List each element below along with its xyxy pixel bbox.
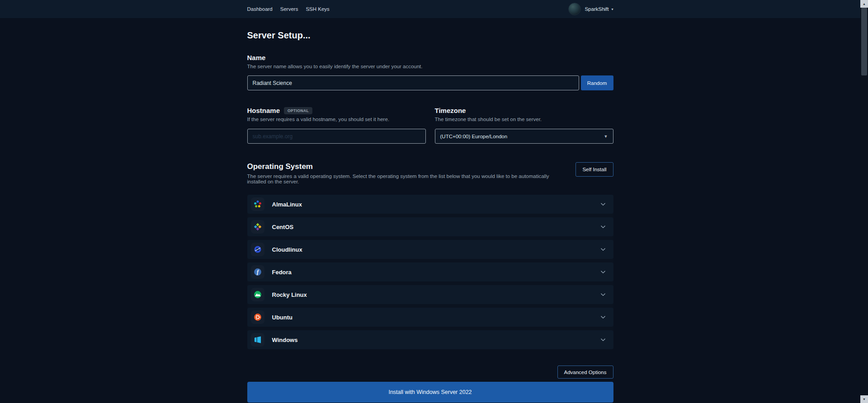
os-row-rocky-linux[interactable]: Rocky Linux [247,285,613,304]
scroll-up-button[interactable]: ▲ [860,0,868,8]
chevron-down-icon [599,200,607,208]
avatar [568,3,581,15]
vertical-scrollbar[interactable]: ▲ ▼ [860,0,868,403]
scrollbar-thumb[interactable] [861,8,867,75]
nav-link-dashboard[interactable]: Dashboard [247,6,273,12]
os-row-centos[interactable]: CentOS [247,217,613,236]
timezone-select[interactable]: (UTC+00:00) Europe/London ▼ [435,129,613,144]
server-name-input[interactable] [247,75,579,90]
operating-system-section: Operating System The server requires a v… [247,162,613,349]
hostname-section: Hostname OPTIONAL If the server requires… [247,107,426,144]
install-button[interactable]: Install with Windows Server 2022 [247,382,613,403]
os-name-label: CentOS [272,224,294,230]
timezone-label: Timezone [435,107,466,114]
os-row-ubuntu[interactable]: Ubuntu [247,308,613,327]
os-list: AlmaLinux Cent [247,195,613,349]
os-row-almalinux[interactable]: AlmaLinux [247,195,613,214]
cloudlinux-icon [251,243,264,256]
self-install-button[interactable]: Self Install [576,162,613,177]
os-name-label: Cloudlinux [272,246,302,253]
chevron-down-icon [599,336,607,344]
scroll-down-button[interactable]: ▼ [860,395,868,403]
chevron-down-icon [599,245,607,253]
nav-link-ssh-keys[interactable]: SSH Keys [306,6,329,12]
timezone-description: The timezone that should be set on the s… [435,117,613,122]
rocky-linux-icon [251,288,264,301]
os-name-label: Windows [272,337,298,343]
os-row-cloudlinux[interactable]: Cloudlinux [247,240,613,259]
os-description: The server requires a valid operating sy… [247,173,562,184]
random-name-button[interactable]: Random [581,75,613,90]
os-name-label: Rocky Linux [272,291,307,298]
user-menu[interactable]: SparkShift ▾ [568,3,613,15]
username-label: SparkShift [585,6,609,12]
advanced-options-button[interactable]: Advanced Options [557,366,613,379]
timezone-section: Timezone The timezone that should be set… [435,107,613,144]
os-row-fedora[interactable]: f Fedora [247,262,613,281]
os-name-label: Fedora [272,269,292,276]
nav-links: Dashboard Servers SSH Keys [247,6,330,12]
optional-badge: OPTIONAL [284,107,312,114]
windows-icon [251,333,264,347]
os-name-label: AlmaLinux [272,201,302,208]
timezone-selected-value: (UTC+00:00) Europe/London [440,134,508,139]
chevron-down-icon: ▾ [611,7,613,11]
name-section: Name The server name allows you to easil… [247,54,613,90]
os-row-windows[interactable]: Windows [247,330,613,349]
fedora-icon: f [251,265,264,279]
hostname-label: Hostname [247,107,280,114]
page-title: Server Setup... [247,18,613,41]
ubuntu-icon [251,310,264,324]
top-navigation-bar: Dashboard Servers SSH Keys SparkShift ▾ [0,0,860,18]
select-caret-icon: ▼ [604,134,608,139]
os-heading: Operating System [247,162,562,171]
almalinux-icon [251,197,264,211]
centos-icon [251,220,264,234]
chevron-down-icon [599,291,607,299]
hostname-description: If the server requires a valid hostname,… [247,117,426,122]
chevron-down-icon [599,313,607,321]
os-name-label: Ubuntu [272,314,292,321]
name-label: Name [247,54,613,61]
chevron-down-icon [599,268,607,276]
nav-link-servers[interactable]: Servers [280,6,298,12]
name-description: The server name allows you to easily ide… [247,64,613,69]
hostname-input[interactable] [247,129,426,144]
chevron-down-icon [599,223,607,231]
